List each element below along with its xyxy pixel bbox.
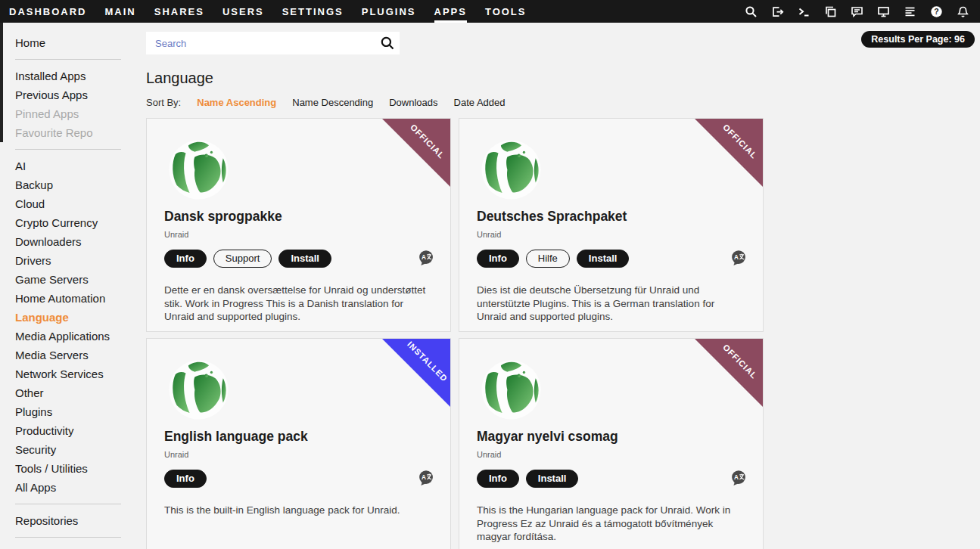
sidebar-category-item[interactable]: Media Servers xyxy=(15,346,146,364)
sidebar-item[interactable]: Settings xyxy=(15,544,146,549)
app-title[interactable]: English language pack xyxy=(164,429,450,445)
search-input[interactable] xyxy=(146,32,400,54)
card-buttons: Info xyxy=(164,470,418,488)
sidebar-settings-group: Settings xyxy=(15,544,146,549)
sidebar-divider xyxy=(15,537,121,538)
card-action-button[interactable]: Install xyxy=(278,250,331,268)
sidebar-item[interactable]: Repositories xyxy=(15,511,146,530)
main-content: Results Per Page: 96 Language Sort By: N… xyxy=(146,23,980,549)
sidebar-divider xyxy=(15,504,121,504)
sidebar-item[interactable]: Pinned Apps xyxy=(15,104,146,123)
sidebar-divider xyxy=(15,149,121,150)
sidebar-item[interactable]: Home xyxy=(15,33,146,52)
notifications-bell-icon[interactable] xyxy=(957,5,969,18)
svg-text:A: A xyxy=(422,474,426,481)
sidebar-category-item[interactable]: Downloaders xyxy=(15,232,146,251)
sidebar-category-item[interactable]: Security xyxy=(15,440,146,459)
app-author[interactable]: Unraid xyxy=(164,230,450,239)
card-ribbon: OFFICIAL xyxy=(695,119,763,187)
sort-option[interactable]: Date Added xyxy=(454,97,506,108)
app-card-grid: OFFICIAL xyxy=(146,118,980,549)
globe-app-icon[interactable] xyxy=(479,358,543,422)
nav-tab[interactable]: APPS xyxy=(434,0,467,23)
card-action-button[interactable]: Info xyxy=(477,250,519,268)
sidebar-item[interactable]: Favourite Repo xyxy=(15,123,146,142)
sort-option[interactable]: Name Descending xyxy=(292,97,373,108)
sidebar-categories: AIBackupCloudCrypto CurrencyDownloadersD… xyxy=(15,157,146,497)
sidebar-category-item[interactable]: Crypto Currency xyxy=(15,213,146,232)
results-per-page-label: Results Per Page: xyxy=(871,34,951,45)
app-description: This is the Hungarian language pack for … xyxy=(477,504,740,544)
sidebar-category-item[interactable]: Tools / Utilities xyxy=(15,459,146,478)
nav-tab[interactable]: PLUGINS xyxy=(362,0,416,23)
terminal-icon[interactable] xyxy=(798,5,810,18)
app-card: OFFICIAL xyxy=(146,118,451,332)
card-buttons: Info Install xyxy=(477,470,730,488)
app-title[interactable]: Deutsches Sprachpaket xyxy=(477,209,763,225)
globe-app-icon[interactable] xyxy=(166,138,231,202)
nav-tab[interactable]: TOOLS xyxy=(485,0,527,23)
results-per-page-button[interactable]: Results Per Page: 96 xyxy=(861,31,975,48)
ribbon-label: OFFICIAL xyxy=(409,123,446,160)
copy-icon[interactable] xyxy=(824,5,837,18)
search-icon[interactable] xyxy=(745,5,758,18)
sidebar-category-item[interactable]: Media Applications xyxy=(15,327,146,346)
sidebar-category-item[interactable]: Drivers xyxy=(15,251,146,270)
sidebar-item[interactable]: Previous Apps xyxy=(15,85,146,104)
sidebar-category-item[interactable]: Game Servers xyxy=(15,270,146,289)
scrollbar-thumb[interactable] xyxy=(0,23,3,142)
app-author[interactable]: Unraid xyxy=(477,230,763,239)
sidebar-category-item[interactable]: AI xyxy=(15,157,146,175)
globe-app-icon[interactable] xyxy=(479,138,543,202)
nav-tab[interactable]: USERS xyxy=(222,0,264,23)
app-title[interactable]: Magyar nyelvi csomag xyxy=(477,429,763,445)
help-icon[interactable]: ? xyxy=(930,5,943,18)
card-action-button[interactable]: Info xyxy=(164,470,207,488)
results-per-page-value: 96 xyxy=(954,34,965,45)
nav-tab[interactable]: SHARES xyxy=(154,0,204,23)
log-icon[interactable] xyxy=(904,5,916,18)
card-action-button[interactable]: Info xyxy=(164,250,207,268)
card-action-button[interactable]: Hilfe xyxy=(526,250,570,268)
sidebar-category-item[interactable]: All Apps xyxy=(15,478,146,497)
sidebar-category-item[interactable]: Other xyxy=(15,383,146,402)
svg-text:?: ? xyxy=(934,7,938,16)
sidebar-apps-group: Installed AppsPrevious AppsPinned AppsFa… xyxy=(15,67,146,142)
sidebar-category-item[interactable]: Home Automation xyxy=(15,289,146,308)
sidebar-category-item[interactable]: Network Services xyxy=(15,364,146,383)
app-author[interactable]: Unraid xyxy=(164,450,450,459)
sidebar-category-item[interactable]: Productivity xyxy=(15,421,146,440)
card-action-button[interactable]: Install xyxy=(526,470,579,488)
translate-icon[interactable]: A xyxy=(730,470,748,488)
translate-icon[interactable]: A xyxy=(418,470,435,488)
nav-tab[interactable]: DASHBOARD xyxy=(9,0,87,23)
search-submit-icon[interactable] xyxy=(380,36,395,51)
sidebar-category-item[interactable]: Backup xyxy=(15,175,146,194)
page-title: Language xyxy=(146,70,980,87)
card-ribbon: OFFICIAL xyxy=(695,339,763,407)
app-description: This is the built-in English language pa… xyxy=(164,504,428,517)
nav-tab[interactable]: SETTINGS xyxy=(282,0,344,23)
sidebar-category-item[interactable]: Plugins xyxy=(15,402,146,421)
sort-option[interactable]: Downloads xyxy=(389,97,437,108)
sidebar-divider xyxy=(15,59,121,60)
translate-icon[interactable]: A xyxy=(730,250,748,268)
sidebar: Home Installed AppsPrevious AppsPinned A… xyxy=(0,23,146,549)
sidebar-item[interactable]: Installed Apps xyxy=(15,67,146,85)
sidebar-category-item[interactable]: Cloud xyxy=(15,194,146,213)
app-title[interactable]: Dansk sprogpakke xyxy=(164,209,450,225)
monitor-icon[interactable] xyxy=(877,5,890,18)
logout-icon[interactable] xyxy=(771,5,784,18)
translate-icon[interactable]: A xyxy=(418,250,435,268)
card-action-button[interactable]: Support xyxy=(213,250,272,268)
card-action-button[interactable]: Install xyxy=(577,250,630,268)
top-nav-menu: DASHBOARD MAIN SHARES USERS SETTINGS PLU… xyxy=(9,0,526,23)
sidebar-category-item[interactable]: Language xyxy=(15,308,146,327)
sort-option[interactable]: Name Ascending xyxy=(197,97,276,108)
globe-app-icon[interactable] xyxy=(166,358,231,422)
card-actions: Info Install A xyxy=(477,470,748,488)
feedback-icon[interactable] xyxy=(851,5,863,18)
nav-tab[interactable]: MAIN xyxy=(105,0,136,23)
app-author[interactable]: Unraid xyxy=(477,450,763,459)
card-action-button[interactable]: Info xyxy=(477,470,519,488)
